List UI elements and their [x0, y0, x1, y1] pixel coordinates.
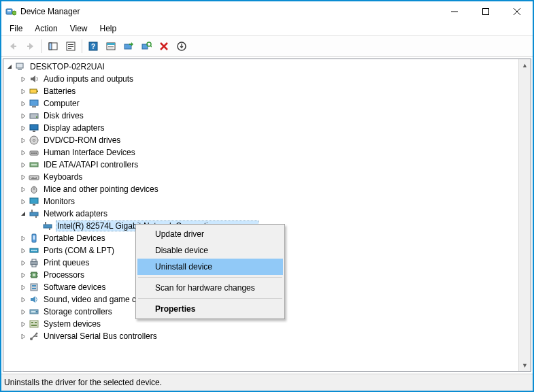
tree-category-disk-label: Disk drives: [42, 111, 85, 120]
tree-category-monitors[interactable]: Monitors: [3, 195, 531, 208]
expand-icon[interactable]: [18, 86, 29, 97]
svg-rect-38: [30, 125, 38, 130]
tree-category-keyboards[interactable]: Keyboards: [3, 171, 531, 183]
display-icon: [29, 122, 39, 133]
expand-icon[interactable]: [18, 319, 29, 329]
close-button[interactable]: [501, 1, 533, 22]
svg-rect-66: [33, 235, 35, 240]
tree-category-hid-label: Human Interface Devices: [42, 148, 137, 157]
toolbar-show-hidden-button[interactable]: [102, 37, 120, 55]
tree-category-usb[interactable]: Universal Serial Bus controllers: [3, 330, 531, 342]
tree-category-hid[interactable]: Human Interface Devices: [3, 146, 531, 159]
expand-icon[interactable]: [18, 123, 29, 133]
svg-rect-20: [108, 46, 114, 47]
expand-icon[interactable]: [18, 233, 29, 244]
expand-icon[interactable]: [18, 99, 29, 109]
menu-file[interactable]: File: [4, 23, 28, 34]
tree-category-batteries-label: Batteries: [42, 86, 77, 96]
collapse-icon[interactable]: [5, 62, 15, 72]
expand-icon[interactable]: [18, 197, 29, 207]
ctx-uninstall-device[interactable]: Uninstall device: [137, 259, 283, 275]
device-tree[interactable]: DESKTOP-02R2UAIAudio inputs and outputsB…: [3, 59, 531, 372]
scrollbar-down-arrow[interactable]: ▼: [519, 359, 531, 371]
ide-icon: [29, 159, 39, 170]
svg-rect-31: [18, 69, 22, 70]
toolbar-forward-button[interactable]: [22, 37, 39, 55]
svg-point-93: [36, 333, 38, 335]
expand-icon[interactable]: [18, 331, 29, 342]
tree-category-keyboards-label: Keyboards: [42, 172, 84, 182]
svg-rect-59: [30, 212, 38, 216]
toolbar-update-driver-button[interactable]: [120, 37, 137, 55]
keyboard-icon: [29, 172, 39, 182]
toolbar-console-tree-button[interactable]: [44, 37, 62, 55]
svg-rect-82: [32, 288, 36, 289]
ctx-disable-device[interactable]: Disable device: [137, 242, 283, 259]
svg-rect-15: [68, 48, 71, 49]
tree-category-network[interactable]: Network adapters: [3, 208, 531, 220]
ctx-update-driver[interactable]: Update driver: [137, 226, 283, 242]
system-icon: [29, 318, 39, 329]
svg-rect-1: [7, 10, 11, 11]
expand-icon[interactable]: [18, 111, 29, 121]
tree-category-system[interactable]: System devices: [3, 318, 531, 330]
statusbar: Uninstalls the driver for the selected d…: [1, 374, 533, 391]
menu-action[interactable]: Action: [29, 23, 63, 34]
printer-icon: [29, 257, 39, 268]
sound-icon: [29, 294, 39, 305]
ctx-scan-hardware[interactable]: Scan for hardware changes: [137, 280, 283, 296]
tree-category-batteries[interactable]: Batteries: [3, 85, 531, 97]
menubar: File Action View Help: [1, 22, 533, 36]
collapse-icon[interactable]: [18, 209, 29, 219]
menu-help[interactable]: Help: [95, 23, 122, 34]
scrollbar-vertical[interactable]: ▲ ▼: [518, 59, 531, 371]
expand-icon[interactable]: [18, 148, 29, 158]
tree-category-cpu-label: Processors: [42, 270, 86, 280]
tree-category-ide-label: IDE ATA/ATAPI controllers: [42, 160, 139, 169]
expand-icon[interactable]: [18, 160, 29, 170]
tree-category-computer-label: Computer: [42, 99, 81, 108]
expand-icon[interactable]: [18, 282, 29, 293]
svg-point-41: [33, 140, 35, 142]
expand-icon[interactable]: [18, 295, 29, 305]
svg-rect-75: [33, 274, 35, 276]
svg-rect-49: [31, 177, 31, 178]
maximize-button[interactable]: [470, 1, 501, 22]
tree-category-ide[interactable]: IDE ATA/ATAPI controllers: [3, 159, 531, 171]
svg-rect-5: [483, 9, 489, 15]
toolbar-back-button[interactable]: [4, 37, 22, 55]
menu-view[interactable]: View: [65, 23, 93, 34]
network-icon: [29, 208, 39, 219]
scrollbar-up-arrow[interactable]: ▲: [519, 59, 531, 71]
tree-category-computer[interactable]: Computer: [3, 97, 531, 110]
tree-category-display[interactable]: Display adapters: [3, 122, 531, 134]
tree-root[interactable]: DESKTOP-02R2UAI: [3, 61, 531, 73]
toolbar: ?: [1, 36, 533, 57]
ctx-properties[interactable]: Properties: [137, 301, 283, 317]
tree-category-disk[interactable]: Disk drives: [3, 110, 531, 122]
expand-icon[interactable]: [18, 172, 29, 182]
expand-icon[interactable]: [18, 184, 29, 195]
expand-icon[interactable]: [18, 74, 29, 84]
svg-rect-80: [31, 284, 37, 291]
svg-point-85: [36, 311, 37, 312]
tree-category-audio[interactable]: Audio inputs and outputs: [3, 73, 531, 85]
statusbar-text: Uninstalls the driver for the selected d…: [4, 378, 162, 387]
toolbar-scan-hardware-button[interactable]: [137, 37, 155, 55]
tree-category-network-label: Network adapters: [42, 209, 109, 218]
expand-icon[interactable]: [18, 135, 29, 146]
expand-icon[interactable]: [18, 307, 29, 317]
minimize-button[interactable]: [439, 1, 470, 22]
tree-category-mice[interactable]: Mice and other pointing devices: [3, 183, 531, 195]
expand-icon[interactable]: [18, 258, 29, 268]
svg-rect-62: [44, 225, 52, 228]
toolbar-properties-button[interactable]: [62, 37, 80, 55]
toolbar-add-legacy-button[interactable]: [173, 37, 190, 55]
toolbar-uninstall-button[interactable]: [155, 37, 173, 55]
tree-category-dvd[interactable]: DVD/CD-ROM drives: [3, 134, 531, 146]
svg-rect-35: [32, 106, 36, 108]
expand-icon[interactable]: [18, 270, 29, 280]
toolbar-help-button[interactable]: ?: [84, 37, 102, 55]
tree-category-print-label: Print queues: [42, 258, 90, 267]
expand-icon[interactable]: [18, 246, 29, 256]
